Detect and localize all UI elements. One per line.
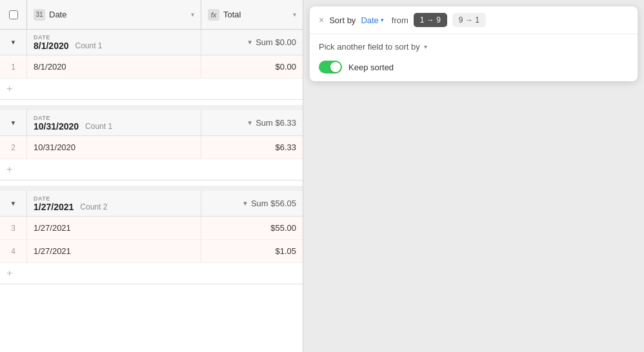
right-panel: × Sort by Date ▾ from 1 → 9 9 → 1 Pick a… xyxy=(303,0,644,352)
group-1-date-cell: DATE 8/1/2020 Count 1 xyxy=(27,30,201,55)
keep-sorted-row: Keep sorted xyxy=(319,61,629,73)
group-3-sum-value: Sum $56.05 xyxy=(251,199,296,208)
group-3-add-row-button[interactable]: + xyxy=(0,263,303,284)
row-1-num: 1 xyxy=(0,55,27,78)
group-3-sum-arrow-icon: ▼ xyxy=(242,200,248,207)
group-2-date-value: 10/31/2020 xyxy=(34,121,79,132)
total-header-chevron-icon: ▾ xyxy=(293,11,296,18)
keep-sorted-toggle[interactable] xyxy=(319,61,342,73)
add-icon: + xyxy=(6,83,12,95)
toggle-knob xyxy=(330,62,341,72)
date-header-label: Date xyxy=(49,10,66,19)
pick-another-chevron-icon: ▾ xyxy=(424,43,427,50)
table-panel: 31 Date ▾ fx Total ▾ ▼ DATE 8/1/2020 Cou… xyxy=(0,0,303,352)
table-row: 2 10/31/2020 $6.33 xyxy=(0,136,303,159)
group-2-sum-cell: ▼ Sum $6.33 xyxy=(201,110,303,135)
group-1-date-value: 8/1/2020 xyxy=(34,41,69,51)
group-3-date-cell: DATE 1/27/2021 Count 2 xyxy=(27,191,201,216)
group-2-count: Count 1 xyxy=(85,122,112,131)
sort-header: × Sort by Date ▾ from 1 → 9 9 → 1 xyxy=(310,6,638,34)
group-1-sum-arrow-icon: ▼ xyxy=(247,39,253,46)
table-row: 1 8/1/2020 $0.00 xyxy=(0,55,303,79)
group-3-header: ▼ DATE 1/27/2021 Count 2 ▼ Sum $56.05 xyxy=(0,191,303,217)
group-2: ▼ DATE 10/31/2020 Count 1 ▼ Sum $6.33 2 … xyxy=(0,110,303,181)
pick-another-field[interactable]: Pick another field to sort by ▾ xyxy=(319,42,629,52)
group-2-sum-value: Sum $6.33 xyxy=(256,118,296,128)
table-row: 3 1/27/2021 $55.00 xyxy=(0,217,303,240)
group-2-add-row-button[interactable]: + xyxy=(0,159,303,180)
row-2-date[interactable]: 10/31/2020 xyxy=(27,136,201,159)
group-2-sum-arrow-icon: ▼ xyxy=(247,119,253,126)
group-3-date-label: DATE xyxy=(34,195,194,202)
sort-field-chevron-icon: ▾ xyxy=(381,17,384,23)
group-1-header: ▼ DATE 8/1/2020 Count 1 ▼ Sum $0.00 xyxy=(0,30,303,55)
row-3-date[interactable]: 1/27/2021 xyxy=(27,217,201,239)
total-column-header[interactable]: fx Total ▾ xyxy=(201,0,303,29)
row-4-num: 4 xyxy=(0,240,27,262)
row-1-date[interactable]: 8/1/2020 xyxy=(27,55,201,78)
group-3-date-value: 1/27/2021 xyxy=(34,202,74,212)
date-icon: 31 xyxy=(34,9,45,21)
pick-another-label: Pick another field to sort by xyxy=(319,42,420,52)
group-2-header: ▼ DATE 10/31/2020 Count 1 ▼ Sum $6.33 xyxy=(0,110,303,136)
group-3-toggle-area[interactable]: ▼ xyxy=(0,191,27,216)
row-2-num: 2 xyxy=(0,136,27,159)
table-row: 4 1/27/2021 $1.05 xyxy=(0,240,303,263)
row-1-total: $0.00 xyxy=(201,55,303,78)
date-column-header[interactable]: 31 Date ▾ xyxy=(27,0,201,29)
table-body: ▼ DATE 8/1/2020 Count 1 ▼ Sum $0.00 1 8/… xyxy=(0,30,303,352)
sort-desc-button[interactable]: 9 → 1 xyxy=(452,13,486,27)
checkbox-col[interactable] xyxy=(0,0,27,29)
sort-body: Pick another field to sort by ▾ Keep sor… xyxy=(310,34,638,81)
group-1-date-label: DATE xyxy=(34,34,194,41)
select-all-checkbox[interactable] xyxy=(9,10,18,19)
group-1-toggle-area[interactable]: ▼ xyxy=(0,30,27,55)
row-3-total: $55.00 xyxy=(201,217,303,239)
group-2-date-label: DATE xyxy=(34,115,194,121)
row-3-num: 3 xyxy=(0,217,27,239)
row-4-total: $1.05 xyxy=(201,240,303,262)
group-1: ▼ DATE 8/1/2020 Count 1 ▼ Sum $0.00 1 8/… xyxy=(0,30,303,100)
group-spacer-1 xyxy=(0,105,303,110)
sort-from-label: from xyxy=(392,15,408,25)
group-3: ▼ DATE 1/27/2021 Count 2 ▼ Sum $56.05 3 … xyxy=(0,191,303,284)
group-spacer-2 xyxy=(0,186,303,191)
group-3-sum-cell: ▼ Sum $56.05 xyxy=(201,191,303,216)
sort-asc-button[interactable]: 1 → 9 xyxy=(414,13,447,27)
sort-close-button[interactable]: × xyxy=(319,15,324,24)
row-2-total: $6.33 xyxy=(201,136,303,159)
keep-sorted-label: Keep sorted xyxy=(348,63,394,72)
add-icon: + xyxy=(6,164,12,175)
sort-field-label: Date xyxy=(361,15,378,25)
group-2-date-cell: DATE 10/31/2020 Count 1 xyxy=(27,110,201,135)
add-icon: + xyxy=(6,268,12,279)
sort-field-selector[interactable]: Date ▾ xyxy=(361,15,383,25)
group-3-toggle-icon[interactable]: ▼ xyxy=(10,200,17,207)
group-2-toggle-area[interactable]: ▼ xyxy=(0,110,27,135)
group-1-sum-cell: ▼ Sum $0.00 xyxy=(201,30,303,55)
total-icon: fx xyxy=(208,9,219,21)
group-2-toggle-icon[interactable]: ▼ xyxy=(10,119,17,126)
sort-popup: × Sort by Date ▾ from 1 → 9 9 → 1 Pick a… xyxy=(310,6,638,81)
sort-title: Sort by xyxy=(329,15,356,25)
group-3-count: Count 2 xyxy=(80,202,107,211)
group-1-add-row-button[interactable]: + xyxy=(0,79,303,99)
date-header-chevron-icon: ▾ xyxy=(191,11,194,18)
group-1-sum-value: Sum $0.00 xyxy=(256,37,296,47)
table-header: 31 Date ▾ fx Total ▾ xyxy=(0,0,303,30)
group-1-count: Count 1 xyxy=(75,41,103,50)
group-1-toggle-icon[interactable]: ▼ xyxy=(10,39,17,46)
total-header-label: Total xyxy=(223,10,241,19)
row-4-date[interactable]: 1/27/2021 xyxy=(27,240,201,262)
